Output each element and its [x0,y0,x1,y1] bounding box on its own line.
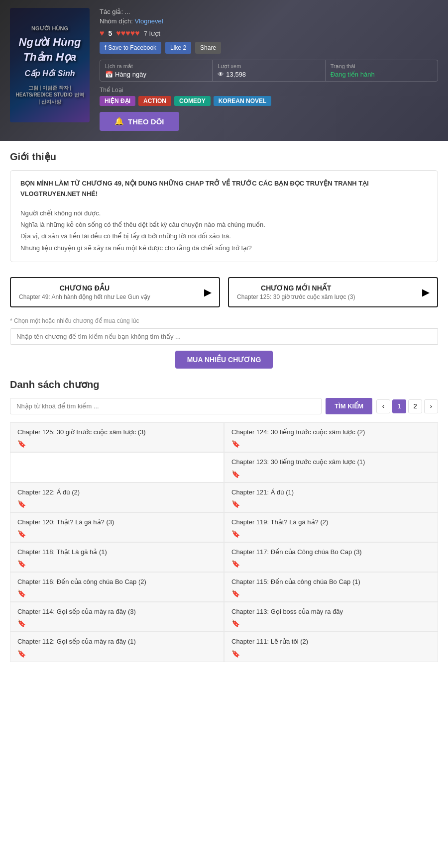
tag-list: HIỆN ĐẠI ACTION COMEDY KOREAN NOVEL [100,96,438,106]
bookmark-icon: 🔖 [231,560,431,568]
cover-image: NGƯỜI HÙNG Người HùngThảm HọaCấp Hồi Sin… [10,8,90,122]
eye-icon: 👁 [218,71,224,78]
chapter-item[interactable]: Chapter 118: Thật Là gã hả (1) 🔖 [10,542,224,572]
tag-hien-dai[interactable]: HIỆN ĐẠI [100,96,135,106]
stat-release: Lịch ra mắt 📅 Hàng ngày [100,60,213,81]
bookmark-icon: 🔖 [231,470,431,478]
calendar-icon: 📅 [105,71,113,78]
chapter-item[interactable]: Chapter 123: 30 tiếng trước cuộc xâm lượ… [224,452,438,482]
share-button[interactable]: Share [195,42,221,54]
bookmark-icon: 🔖 [231,440,431,448]
header-section: NGƯỜI HÙNG Người HùngThảm HọaCấp Hồi Sin… [0,0,448,141]
intro-title: Giới thiệu [10,151,438,163]
search-chapters-button[interactable]: TÌM KIẾM [326,398,372,414]
bookmark-icon: 🔖 [17,440,217,448]
bookmark-icon: 🔖 [17,560,217,568]
rating-count: 5 [109,29,112,37]
content-section: Giới thiệu BỌN MÌNH LÀM TỪ CHƯƠNG 49, NỘ… [0,141,448,672]
bookmark-icon: 🔖 [17,500,217,508]
bookmark-icon: 🔖 [17,589,217,597]
tag-comedy[interactable]: COMEDY [174,96,211,106]
follow-button[interactable]: 🔔 THEO DÕI [100,112,179,131]
chapter-item[interactable]: Chapter 122: Á đù (2) 🔖 [10,482,224,512]
chapter-item[interactable]: Chapter 125: 30 giờ trước cuộc xâm lược … [10,422,224,452]
save-facebook-button[interactable]: f Save to Facebook [100,42,161,54]
chapter-item[interactable]: Chapter 113: Gọi boss của mày ra đây 🔖 [224,602,438,632]
right-arrow-icon-2: ▶ [422,287,429,298]
intro-highlight: BỌN MÌNH LÀM TỪ CHƯƠNG 49, NỘI DUNG NHỮN… [20,179,428,199]
chapter-item[interactable]: Chapter 111: Lẽ rửa tôi (2) 🔖 [224,632,438,662]
chapter-item[interactable]: Chapter 119: Thật? Là gã hả? (2) 🔖 [224,512,438,542]
buy-section: * Chọn một hoặc nhiều chương để mua cùng… [10,317,438,369]
author-line: Tác giả: ... [100,8,438,15]
latest-chapter-button[interactable]: CHƯƠNG MỚI NHẤT Chapter 125: 30 giờ trướ… [228,277,438,307]
bookmark-icon: 🔖 [231,500,431,508]
chapter-item[interactable]: Chapter 114: Gọi sếp của mày ra đây (3) … [10,602,224,632]
stats-row: Lịch ra mắt 📅 Hàng ngày Lượt xem 👁 13,59… [100,60,438,82]
chapter-grid: Chapter 125: 30 giờ trước cuộc xâm lược … [10,422,438,662]
stat-status-value: Đang tiến hành [331,71,433,78]
search-chapters-input[interactable] [10,398,322,414]
rating-row: ♥ 5 ♥♥♥♥♥ 7 lượt [100,29,438,38]
stat-views: Lượt xem 👁 13,598 [213,60,325,81]
chapter-list-section: Danh sách chương TÌM KIẾM ‹ 1 2 › Chapte… [10,379,438,662]
bookmark-icon: 🔖 [231,589,431,597]
bookmark-icon: 🔖 [231,530,431,538]
buy-hint: * Chọn một hoặc nhiều chương để mua cùng… [10,317,438,324]
intro-description: Người chết không nói được. Nghĩa là nhữn… [20,207,428,254]
first-chapter-button[interactable]: CHƯƠNG ĐẦU Chapter 49: Anh hành động hết… [10,277,220,307]
chapter-item[interactable]: Chapter 112: Gọi sếp của mày ra đây (1) … [10,632,224,662]
bookmark-icon: 🔖 [231,650,431,658]
stars-icons: ♥♥♥♥♥ [116,29,140,38]
chapter-nav: CHƯƠNG ĐẦU Chapter 49: Anh hành động hết… [10,277,438,307]
intro-box: BỌN MÌNH LÀM TỪ CHƯƠNG 49, NỘI DUNG NHỮN… [10,170,438,262]
chapter-search-input[interactable] [10,328,438,345]
bell-icon: 🔔 [114,117,124,126]
page-2-button[interactable]: 2 [408,399,422,413]
the-loai-row: Thể Loại HIỆN ĐẠI ACTION COMEDY KOREAN N… [100,87,438,106]
chapter-item[interactable]: Chapter 117: Đến của Công chúa Bo Cap (3… [224,542,438,572]
chapter-cell-empty [10,452,224,482]
bookmark-icon: 🔖 [17,530,217,538]
chapter-item[interactable]: Chapter 116: Đến của công chúa Bo Cap (2… [10,572,224,602]
chapter-list-title: Danh sách chương [10,379,438,390]
chapter-item[interactable]: Chapter 124: 30 tiếng trước cuộc xâm lượ… [224,422,438,452]
stat-views-value: 👁 13,598 [218,71,320,78]
heart-icon: ♥ [100,29,105,38]
stat-release-value: 📅 Hàng ngày [105,71,207,78]
next-page-button[interactable]: › [424,399,438,413]
meta-section: Tác giả: ... Nhóm dịch: Vlognevel ♥ 5 ♥♥… [100,8,438,131]
social-buttons-row: f Save to Facebook Like 2 Share [100,42,438,54]
tag-action[interactable]: ACTION [138,96,171,106]
group-link[interactable]: Vlognevel [134,17,163,25]
rating-votes: 7 lượt [144,30,160,37]
search-chapters-row: TÌM KIẾM ‹ 1 2 › [10,398,438,414]
stat-status: Trạng thái Đang tiến hành [326,60,438,81]
tag-korean-novel[interactable]: KOREAN NOVEL [214,96,272,106]
right-arrow-icon: ▶ [204,287,211,298]
chapter-search-row [10,328,438,345]
chapter-item[interactable]: Chapter 121: Á đù (1) 🔖 [224,482,438,512]
bookmark-icon: 🔖 [231,619,431,627]
chapter-item[interactable]: Chapter 120: Thật? Là gã hả? (3) 🔖 [10,512,224,542]
prev-page-button[interactable]: ‹ [376,399,390,413]
group-line: Nhóm dịch: Vlognevel [100,17,438,25]
chapter-item[interactable]: Chapter 115: Đến của công chúa Bo Cap (1… [224,572,438,602]
facebook-icon: f [105,44,106,51]
like-button[interactable]: Like 2 [165,42,191,54]
pagination: ‹ 1 2 › [376,399,438,413]
page-1-button[interactable]: 1 [392,399,406,413]
bookmark-icon: 🔖 [17,619,217,627]
bookmark-icon: 🔖 [17,650,217,658]
buy-many-chapters-button[interactable]: MUA NHIỀU CHƯƠNG [175,351,273,369]
